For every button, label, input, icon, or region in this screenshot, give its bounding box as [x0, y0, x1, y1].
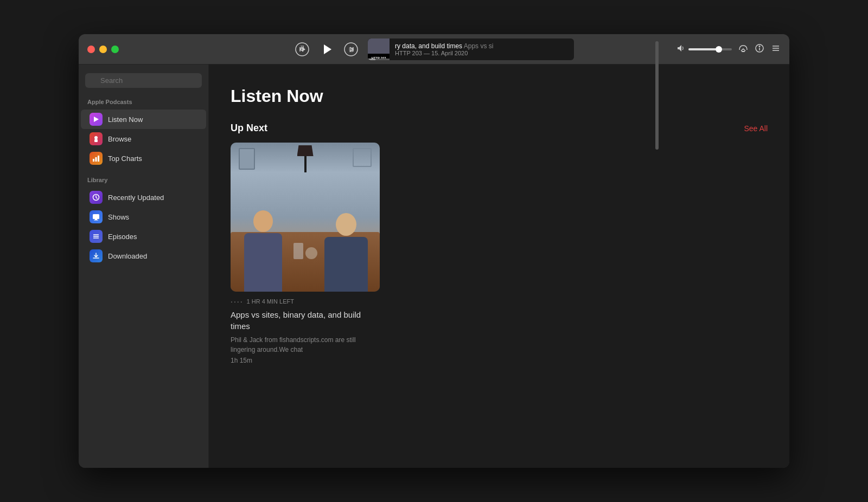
now-playing-title: ry data, and build times Apps vs si	[395, 42, 569, 50]
time-left: 1 HR 4 MIN LEFT	[247, 298, 294, 305]
svg-point-16	[94, 136, 98, 139]
airplay-icon[interactable]	[738, 43, 748, 55]
search-input[interactable]	[85, 73, 202, 88]
now-playing-text: ry data, and build times Apps vs si HTTP…	[390, 40, 574, 59]
minimize-button[interactable]	[99, 46, 107, 53]
episodes-icon	[90, 230, 103, 243]
svg-rect-20	[98, 156, 99, 162]
episodes-label: Episodes	[108, 233, 137, 241]
progress-dots: ····	[231, 297, 244, 306]
search-container	[79, 73, 208, 96]
episode-meta: ···· 1 HR 4 MIN LEFT	[231, 297, 380, 306]
traffic-lights	[87, 46, 119, 53]
title-bar: 15 30	[79, 34, 789, 65]
now-playing-info: HTTP 203 ry data, and build times Apps v…	[368, 38, 574, 60]
svg-rect-19	[95, 157, 97, 162]
podcast-artwork: HTTP 203	[231, 143, 380, 292]
sidebar: Apple Podcasts Listen Now Browse	[79, 65, 209, 468]
now-playing-thumbnail: HTTP 203	[368, 38, 390, 60]
sidebar-item-downloaded[interactable]: Downloaded	[81, 246, 206, 266]
downloaded-label: Downloaded	[108, 252, 147, 260]
svg-rect-24	[94, 220, 98, 221]
progress-bar[interactable]	[368, 59, 390, 60]
person-right	[323, 213, 369, 292]
listen-now-label: Listen Now	[108, 115, 143, 124]
close-button[interactable]	[87, 46, 95, 53]
up-next-title: Up Next	[231, 123, 267, 134]
sidebar-item-listen-now[interactable]: Listen Now	[81, 110, 206, 129]
artwork-background	[231, 143, 380, 292]
svg-rect-18	[93, 159, 94, 162]
sidebar-item-episodes[interactable]: Episodes	[81, 227, 206, 246]
svg-point-9	[759, 46, 760, 47]
svg-rect-6	[742, 51, 745, 52]
list-icon[interactable]	[771, 43, 781, 55]
volume-control	[676, 44, 732, 54]
browse-icon	[90, 132, 103, 145]
apple-podcasts-section-label: Apple Podcasts	[79, 96, 208, 110]
top-charts-icon	[90, 152, 103, 165]
sidebar-item-top-charts[interactable]: Top Charts	[81, 149, 206, 168]
svg-point-3	[344, 43, 358, 56]
episode-title: Apps vs sites, binary data, and build ti…	[231, 309, 380, 332]
shows-icon	[90, 210, 103, 223]
search-wrapper	[85, 73, 202, 88]
title-bar-right	[676, 43, 781, 55]
forward-button[interactable]: 30	[343, 41, 359, 57]
transport-controls: 15 30	[294, 41, 359, 57]
rewind-button[interactable]: 15	[294, 41, 310, 57]
episode-duration: 1h 15m	[231, 357, 380, 364]
content-area: Listen Now Up Next See All	[209, 65, 789, 468]
svg-rect-22	[93, 214, 99, 219]
browse-label: Browse	[108, 135, 131, 143]
lamp	[297, 145, 314, 172]
top-charts-label: Top Charts	[108, 155, 142, 163]
scrollbar-track	[655, 65, 659, 468]
person-left	[241, 210, 285, 292]
svg-rect-17	[94, 139, 98, 142]
recently-updated-label: Recently Updated	[108, 194, 164, 202]
downloaded-icon	[90, 249, 103, 262]
shows-label: Shows	[108, 213, 129, 221]
page-title: Listen Now	[231, 86, 768, 106]
see-all-button[interactable]: See All	[744, 124, 768, 133]
app-window: 15 30	[79, 34, 789, 468]
picture-frame-left	[239, 148, 255, 170]
library-section-label: Library	[79, 175, 208, 188]
sidebar-item-recently-updated[interactable]: Recently Updated	[81, 188, 206, 207]
listen-now-icon	[90, 113, 103, 126]
maximize-button[interactable]	[111, 46, 119, 53]
now-playing-subtitle: HTTP 203 — 15. April 2020	[395, 50, 569, 56]
picture-frame-right	[353, 148, 372, 167]
scrollbar-thumb[interactable]	[655, 65, 659, 150]
volume-icon	[676, 44, 685, 54]
play-button[interactable]	[319, 42, 334, 57]
volume-slider[interactable]	[688, 48, 732, 50]
main-content: Apple Podcasts Listen Now Browse	[79, 65, 789, 468]
recently-updated-icon	[90, 191, 103, 204]
episode-description: Phil & Jack from fishandscripts.com are …	[231, 335, 380, 355]
sidebar-item-shows[interactable]: Shows	[81, 207, 206, 227]
svg-text:15: 15	[301, 45, 304, 48]
svg-marker-2	[324, 44, 331, 54]
svg-text:30: 30	[349, 49, 353, 53]
info-icon[interactable]	[755, 43, 764, 55]
up-next-section-header: Up Next See All	[231, 123, 768, 134]
svg-marker-15	[94, 117, 99, 122]
podcast-card[interactable]: HTTP 203 ···· 1 HR 4 MIN LEFT Apps vs si…	[231, 143, 380, 364]
sidebar-item-browse[interactable]: Browse	[81, 129, 206, 149]
